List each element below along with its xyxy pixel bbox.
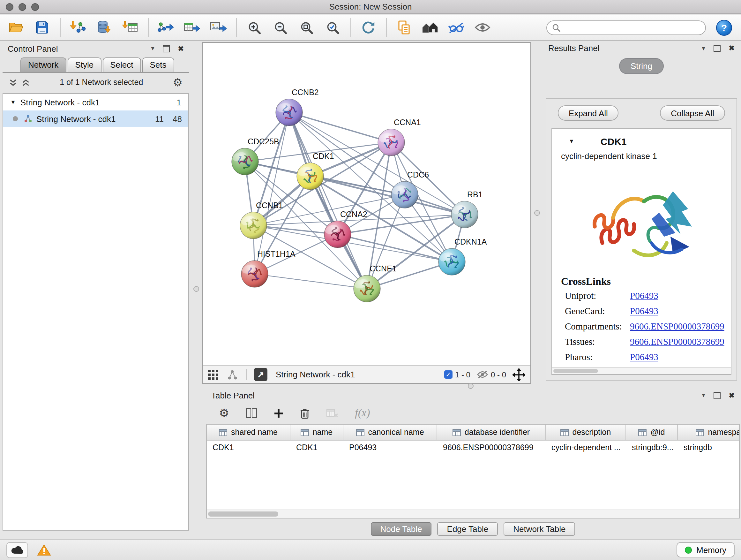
column-header[interactable]: @id [626, 425, 678, 440]
home-button[interactable] [421, 17, 440, 38]
hidden-eye-slash-icon[interactable] [477, 370, 488, 379]
cell-description[interactable]: cyclin-dependent ... [546, 443, 626, 452]
splitter-handle[interactable] [193, 286, 199, 292]
network-node-ccne1[interactable] [353, 275, 381, 302]
open-session-button[interactable] [6, 17, 25, 38]
tab-edge-table[interactable]: Edge Table [437, 522, 498, 536]
tab-network-table[interactable]: Network Table [503, 522, 575, 536]
column-header[interactable]: description [546, 425, 626, 440]
close-panel-icon[interactable]: ✖ [178, 45, 184, 52]
cell-shared-name[interactable]: CDK1 [207, 443, 290, 452]
tab-select[interactable]: Select [103, 57, 141, 72]
string-results-tab[interactable]: String [619, 58, 664, 74]
cell-canonical-name[interactable]: P06493 [343, 443, 437, 452]
splitter-handle[interactable] [534, 210, 540, 216]
network-edge[interactable] [289, 112, 391, 142]
tab-network[interactable]: Network [20, 57, 66, 72]
tab-node-table[interactable]: Node Table [370, 522, 431, 536]
panel-menu-icon[interactable]: ▾ [151, 45, 154, 52]
network-edge[interactable] [253, 195, 405, 226]
network-canvas[interactable]: CCNB2CCNA1CDC25BCDK1CDC6RB1CCNB1CCNA2CDK… [203, 43, 530, 365]
selected-checkbox-icon[interactable]: ✓ [444, 370, 453, 379]
expand-all-networks-icon[interactable] [9, 78, 17, 86]
crosslink-link[interactable]: 9606.ENSP00000378699 [630, 336, 724, 348]
apply-layout-button[interactable] [359, 17, 378, 38]
minimize-window-button[interactable] [18, 3, 26, 11]
function-builder-icon[interactable]: f(x) [355, 407, 370, 420]
column-header[interactable]: namespace [678, 425, 740, 440]
crosslink-link[interactable]: 9606.ENSP00000378699 [630, 321, 724, 332]
move-crosshair-icon[interactable] [513, 368, 525, 381]
warning-button[interactable] [37, 544, 51, 556]
cloud-button[interactable] [6, 542, 28, 558]
network-node-ccnb2[interactable] [275, 99, 302, 126]
column-header[interactable]: canonical name [343, 425, 437, 440]
cell-namespace[interactable]: stringdb [678, 443, 740, 452]
float-panel-icon[interactable] [714, 45, 721, 52]
add-column-plus-icon[interactable] [274, 408, 283, 418]
tab-sets[interactable]: Sets [142, 57, 174, 72]
network-row-selected[interactable]: String Network - cdk1 11 48 [3, 111, 188, 127]
zoom-in-button[interactable] [245, 17, 264, 38]
zoom-fit-button[interactable] [297, 17, 316, 38]
network-node-ccna1[interactable] [378, 129, 405, 156]
collapse-all-button[interactable]: Collapse All [660, 105, 725, 121]
delete-column-trash-icon[interactable] [300, 408, 310, 419]
table-options-gear-icon[interactable]: ⚙ [219, 408, 229, 419]
help-button[interactable]: ? [716, 19, 732, 36]
zoom-out-button[interactable] [271, 17, 290, 38]
network-node-rb1[interactable] [451, 201, 478, 228]
network-node-cdkn1a[interactable] [438, 248, 465, 275]
float-panel-icon[interactable] [714, 392, 721, 399]
cell-database-identifier[interactable]: 9606.ENSP00000378699 [437, 443, 546, 452]
memory-button[interactable]: Memory [677, 542, 735, 557]
import-network-database-button[interactable] [94, 17, 114, 38]
birdseye-grid-icon[interactable] [208, 369, 218, 380]
network-edge[interactable] [289, 112, 367, 289]
column-header[interactable]: shared name [207, 425, 290, 440]
copy-button[interactable] [394, 17, 414, 38]
network-node-hist1h1a[interactable] [241, 260, 268, 287]
zoom-selected-button[interactable] [323, 17, 342, 38]
column-header[interactable]: database identifier [437, 425, 546, 440]
cell-id[interactable]: stringdb:9... [626, 443, 678, 452]
close-window-button[interactable] [6, 3, 13, 11]
graphics-details-button[interactable] [447, 17, 466, 38]
float-panel-icon[interactable] [163, 45, 170, 52]
network-overview-icon[interactable] [226, 369, 238, 380]
crosslink-link[interactable]: P06493 [630, 291, 658, 301]
gene-card-caret-icon[interactable]: ▼ [569, 138, 575, 144]
network-node-cdc6[interactable] [391, 181, 418, 208]
import-table-file-button[interactable] [121, 17, 140, 38]
network-node-ccna2[interactable] [324, 221, 351, 248]
panel-menu-icon[interactable]: ▾ [702, 45, 705, 51]
panel-menu-icon[interactable]: ▾ [702, 392, 705, 398]
results-scrollbar-thumb[interactable] [553, 369, 598, 373]
cell-name[interactable]: CDK1 [290, 443, 343, 452]
network-node-ccnb1[interactable] [240, 212, 267, 239]
network-node-cdc25b[interactable] [231, 148, 259, 175]
show-hide-eye-button[interactable] [473, 17, 492, 38]
export-network-button[interactable] [156, 17, 176, 38]
table-row[interactable]: CDK1 CDK1 P06493 9606.ENSP00000378699 cy… [207, 441, 739, 455]
search-input[interactable] [563, 22, 700, 33]
collapse-all-networks-icon[interactable] [22, 78, 30, 86]
import-network-file-button[interactable] [68, 17, 87, 38]
table-hscrollbar-thumb[interactable] [208, 511, 278, 516]
network-options-gear-icon[interactable]: ⚙ [173, 77, 183, 88]
splitter-handle[interactable] [468, 383, 474, 389]
show-columns-icon[interactable] [246, 408, 257, 418]
tree-expand-caret-icon[interactable]: ▼ [10, 99, 16, 105]
network-edge[interactable] [289, 112, 465, 214]
close-panel-icon[interactable]: ✖ [729, 45, 735, 52]
network-node-cdk1[interactable] [296, 163, 324, 190]
tab-style[interactable]: Style [67, 57, 101, 72]
save-session-button[interactable] [32, 17, 52, 38]
network-collection-row[interactable]: ▼ String Network - cdk1 1 [3, 94, 188, 111]
network-edge[interactable] [338, 234, 452, 262]
export-image-button[interactable] [209, 17, 228, 38]
crosslink-link[interactable]: P06493 [630, 306, 658, 317]
open-in-new-window-button[interactable]: ↗ [254, 368, 267, 381]
column-header[interactable]: name [290, 425, 343, 440]
network-edge[interactable] [255, 274, 367, 289]
